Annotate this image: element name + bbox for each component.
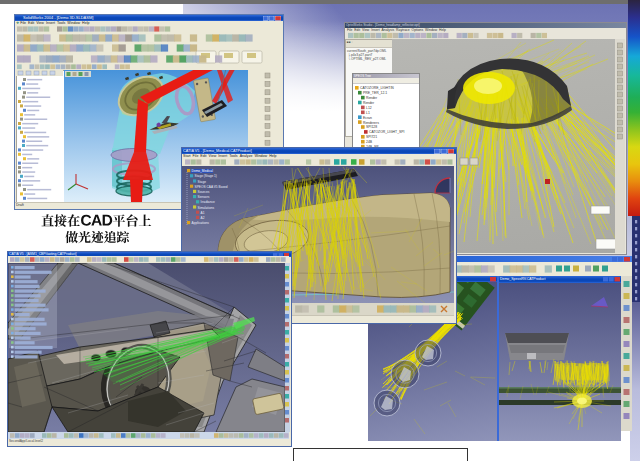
svg-text:Stage: Stage	[198, 180, 207, 184]
svg-text:A2: A2	[201, 216, 205, 220]
svg-text:Renderers: Renderers	[363, 121, 379, 125]
svg-text:SPEOS CAA V5 Based: SPEOS CAA V5 Based	[195, 185, 228, 189]
svg-text:Render: Render	[366, 96, 378, 100]
svg-text:A1: A1	[201, 211, 205, 215]
svg-text:24B: 24B	[366, 140, 373, 144]
svg-text:Irradiance: Irradiance	[201, 200, 215, 204]
svg-text:Render: Render	[363, 101, 375, 105]
svg-text:Stage (Stage 1): Stage (Stage 1)	[195, 174, 217, 178]
svg-text:Ecran: Ecran	[363, 116, 372, 120]
svg-text:Sources: Sources	[198, 190, 210, 194]
svg-text:PRE_TER_12.1: PRE_TER_12.1	[363, 91, 387, 95]
svg-text:Applications: Applications	[192, 221, 210, 225]
svg-text:CATOZORE_LIGHTIN: CATOZORE_LIGHTIN	[360, 86, 394, 90]
svg-text:Sensors: Sensors	[198, 195, 210, 199]
svg-text:L1: L1	[366, 111, 370, 115]
svg-text:CATOZOR_LIGHT_SPI: CATOZOR_LIGHT_SPI	[369, 130, 405, 134]
svg-text:L12: L12	[366, 106, 372, 110]
svg-text:Simulations: Simulations	[198, 206, 215, 210]
svg-text:SPI128: SPI128	[366, 125, 377, 129]
svg-text:Demo_Medical: Demo_Medical	[192, 169, 214, 173]
svg-text:SPI721: SPI721	[366, 135, 377, 139]
